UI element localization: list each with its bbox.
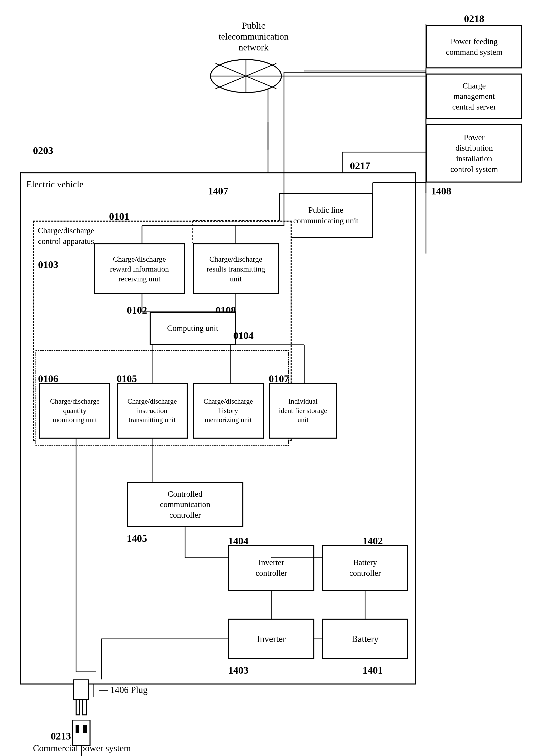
- svg-rect-57: [76, 725, 79, 733]
- quantity-monitor-box: Charge/dischargequantitymonitoring unit: [39, 383, 110, 439]
- power-dist-box: Powerdistributioninstallationcontrol sys…: [426, 124, 522, 182]
- ref-0101: 0101: [109, 211, 129, 222]
- ref-1403: 1403: [228, 664, 249, 676]
- ref-0107: 0107: [269, 373, 289, 384]
- ref-0203: 0203: [33, 145, 53, 156]
- ref-0105: 0105: [117, 373, 137, 384]
- ref-0217: 0217: [350, 160, 370, 172]
- svg-rect-56: [72, 720, 90, 745]
- inverter-box: Inverter: [228, 619, 315, 659]
- battery-ctrl-box: Batterycontroller: [322, 545, 408, 591]
- ref-0218: 0218: [464, 13, 484, 25]
- commercial-power-label: Commercial power system: [33, 743, 134, 754]
- ref-0213: 0213: [51, 730, 71, 742]
- svg-rect-54: [76, 700, 80, 715]
- ref-0103: 0103: [38, 259, 58, 271]
- ref-1404: 1404: [228, 535, 249, 547]
- network-cloud: [208, 56, 284, 96]
- reward-unit-box: Charge/dischargereward informationreceiv…: [94, 244, 185, 294]
- battery-box: Battery: [322, 619, 408, 659]
- ref-1401: 1401: [363, 664, 383, 676]
- public-telecom-label: Publictelecommunicationnetwork: [216, 20, 291, 53]
- inverter-ctrl-box: Invertercontroller: [228, 545, 315, 591]
- ref-0102: 0102: [127, 304, 147, 316]
- instruction-box: Charge/dischargeinstructiontransmitting …: [117, 383, 187, 439]
- ref-0104: 0104: [233, 330, 253, 342]
- plug-label: — 1406 Plug: [99, 684, 148, 695]
- ref-1402: 1402: [363, 535, 383, 547]
- svg-rect-53: [74, 679, 89, 700]
- svg-rect-58: [83, 725, 87, 733]
- results-unit-box: Charge/dischargeresults transmittingunit: [193, 244, 279, 294]
- charge-mgmt-box: Chargemanagementcentral server: [426, 74, 522, 119]
- svg-rect-55: [83, 700, 86, 715]
- ref-1407: 1407: [208, 185, 228, 197]
- individual-id-box: Individualidentifier storageunit: [269, 383, 337, 439]
- controlled-comm-box: Controlledcommunicationcontroller: [127, 482, 243, 527]
- history-box: Charge/dischargehistorymemorizing unit: [193, 383, 264, 439]
- ref-1408: 1408: [431, 185, 451, 197]
- power-feeding-box: Power feedingcommand system: [426, 25, 522, 68]
- ref-1405: 1405: [127, 532, 147, 544]
- computing-box: Computing unit: [150, 312, 236, 345]
- ref-0106: 0106: [38, 373, 58, 384]
- public-line-box: Public linecommunicating unit: [279, 193, 373, 238]
- diagram-container: 0218 Power feedingcommand system Chargem…: [0, 0, 536, 756]
